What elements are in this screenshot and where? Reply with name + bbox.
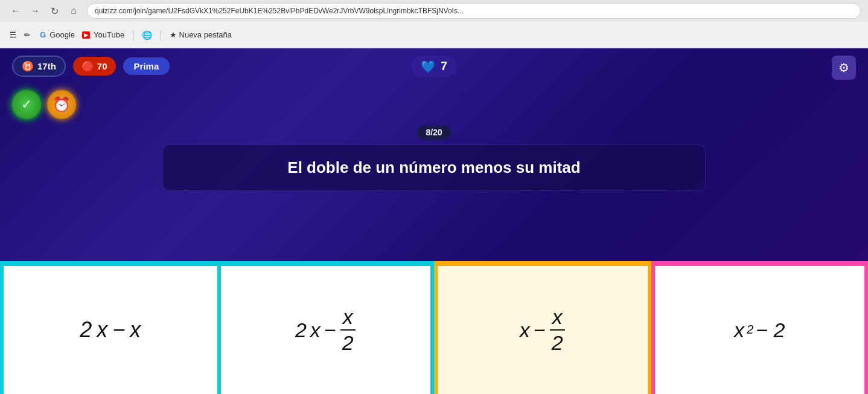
question-progress: 8/20	[417, 125, 450, 140]
rank-text: 17th	[37, 61, 56, 71]
team-badge: Prima	[123, 57, 170, 75]
nav-buttons: ← → ↻ ⌂	[7, 2, 82, 19]
answer-card-1[interactable]: 2x − x	[0, 261, 217, 394]
gear-icon: ⚙	[838, 60, 849, 75]
formula-1: 2x − x	[80, 316, 141, 344]
browser-toolbar: ☰ ✏ G Google ▶ YouTube | 🌐 | ★ Nueva pes…	[0, 22, 868, 48]
powerup-orange-button[interactable]: ⏰	[47, 90, 76, 119]
browser-chrome: ← → ↻ ⌂ quizizz.com/join/game/U2FsdGVkX1…	[0, 0, 868, 48]
fraction-den-2: 2	[340, 331, 356, 355]
home-button[interactable]: ⌂	[65, 2, 82, 19]
google-favicon: G	[40, 30, 46, 39]
new-tab-label: Nueva pestaña	[179, 30, 232, 39]
toolbar-icon-group: ☰ ✏	[7, 30, 33, 40]
tab-divider2: |	[159, 28, 162, 41]
fraction-den-3: 2	[549, 331, 566, 355]
header-bar: ♉ 17th 🔴 70 Prima 💙 7 ⚙	[0, 48, 868, 84]
answer-card-3[interactable]: x − x 2	[434, 261, 651, 394]
youtube-tab-label: YouTube	[94, 30, 124, 39]
new-tab-favicon: ★	[170, 30, 177, 39]
back-button[interactable]: ←	[7, 2, 24, 19]
answer-formula-1: 2x − x	[80, 316, 141, 344]
sidebar-icon: ☰	[7, 30, 18, 40]
game-area: ♉ 17th 🔴 70 Prima 💙 7 ⚙ ✓ ⏰ 8/20	[0, 48, 868, 394]
question-box: El doble de un número menos su mitad	[162, 144, 706, 191]
google-tab-label: Google	[49, 30, 75, 39]
score-icon: 🔴	[81, 60, 94, 72]
answers-grid: 2x − x 2x − x 2 x −	[0, 261, 868, 394]
google-tab[interactable]: G Google	[40, 30, 75, 39]
settings-button[interactable]: ⚙	[832, 56, 856, 80]
browser-titlebar: ← → ↻ ⌂ quizizz.com/join/game/U2FsdGVkX1…	[0, 0, 868, 22]
powerups: ✓ ⏰	[0, 84, 868, 125]
fraction-3: x 2	[549, 305, 566, 355]
lives-icon: 💙	[421, 59, 436, 74]
lives-count: 7	[441, 59, 447, 73]
watermark-text: Activar Windows	[798, 379, 856, 388]
youtube-tab[interactable]: ▶ YouTube	[82, 30, 124, 39]
powerup-green-button[interactable]: ✓	[12, 90, 41, 119]
formula-3: x − x 2	[520, 305, 566, 355]
grid-icon: ✏	[22, 30, 33, 40]
address-text: quizizz.com/join/game/U2FsdGVkX1%252FeUb…	[95, 7, 464, 15]
rank-badge: ♉ 17th	[12, 56, 66, 77]
address-bar[interactable]: quizizz.com/join/game/U2FsdGVkX1%252FeUb…	[87, 3, 861, 19]
answer-formula-2: 2x − x 2	[295, 305, 356, 355]
formula-4: x2 − 2	[734, 317, 785, 343]
timer-icon: ⏰	[53, 96, 71, 113]
globe-favicon: 🌐	[142, 30, 152, 40]
lives-counter: 💙 7	[411, 56, 457, 77]
check-icon: ✓	[21, 97, 32, 112]
rank-icon: ♉	[22, 60, 34, 72]
new-tab[interactable]: ★ Nueva pestaña	[170, 30, 232, 39]
question-container: 8/20 El doble de un número menos su mita…	[0, 125, 868, 191]
answer-formula-3: x − x 2	[520, 305, 566, 355]
activate-windows-watermark: Activar Windows	[798, 379, 856, 388]
question-text: El doble de un número menos su mitad	[287, 158, 580, 176]
score-text: 70	[97, 61, 107, 71]
fraction-2: x 2	[340, 305, 356, 355]
reload-button[interactable]: ↻	[46, 2, 63, 19]
formula-2: 2x − x 2	[295, 305, 356, 355]
globe-tab[interactable]: 🌐	[142, 30, 152, 40]
forward-button[interactable]: →	[27, 2, 43, 19]
team-label: Prima	[134, 61, 159, 71]
fraction-num-2: x	[340, 305, 356, 331]
tab-divider: |	[132, 28, 135, 41]
answer-card-2[interactable]: 2x − x 2	[217, 261, 435, 394]
answer-card-4[interactable]: x2 − 2	[651, 261, 869, 394]
answer-formula-4: x2 − 2	[734, 316, 785, 344]
youtube-favicon: ▶	[82, 31, 90, 39]
fraction-num-3: x	[550, 305, 565, 331]
score-badge: 🔴 70	[73, 57, 116, 76]
